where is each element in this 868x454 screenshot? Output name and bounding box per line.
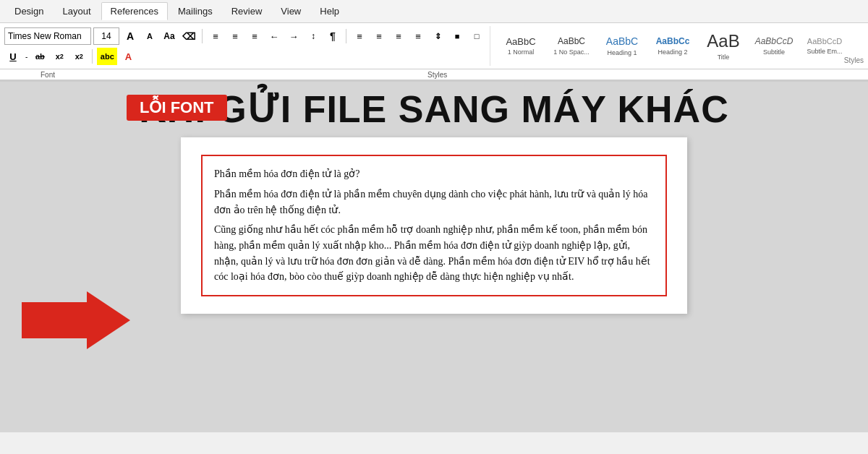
outdent-button[interactable]: ← [265, 27, 283, 45]
style-h2-label: Heading 2 [658, 48, 687, 56]
style-title[interactable]: AaB Title [699, 27, 748, 66]
error-badge: LỖI FONT [127, 95, 227, 121]
font-group-label: Font [4, 71, 91, 79]
doc-para-3: Cũng giống như hầu hết cóc phần mềm hỗ t… [214, 222, 654, 285]
styles-section-label-container: Styles [844, 26, 864, 66]
styles-group-label: Styles [427, 71, 447, 79]
style-heading1[interactable]: AaBbC Heading 1 [597, 27, 647, 66]
arrow-container [22, 291, 130, 349]
style-subtle-emphasis[interactable]: AaBbCcD Subtle Em... [800, 27, 844, 66]
style-nospace-preview: AaBbC [558, 36, 585, 46]
font-size-input[interactable] [93, 27, 119, 45]
align-right-button[interactable]: ≡ [390, 27, 407, 45]
tab-design[interactable]: Design [6, 3, 52, 20]
bullets-button[interactable]: ≡ [207, 27, 224, 45]
toolbar-styles-row: A A Aa ⌫ ≡ ≡ ≡ ← → ↕ ¶ ≡ ≡ ≡ ≡ ⇕ ■ □ [0, 23, 868, 69]
strikethrough-button[interactable]: ab [31, 48, 48, 65]
document-area: LỖI FONT KHI GỬI FILE SANG MÁY KHÁC Phần… [0, 82, 868, 432]
underline-button[interactable]: U [4, 48, 22, 65]
red-arrow [22, 291, 130, 349]
style-subtle-preview: AaBbCcD [807, 37, 842, 46]
style-title-label: Title [718, 53, 730, 61]
style-h1-preview: AaBbC [606, 35, 638, 48]
justify-button[interactable]: ≡ [409, 27, 427, 45]
sort-button[interactable]: ↕ [305, 27, 322, 45]
style-normal-preview: AaBbC [506, 36, 535, 48]
tab-review[interactable]: Review [223, 3, 271, 20]
separator [202, 29, 203, 43]
tab-layout[interactable]: Layout [54, 3, 99, 20]
shading-button[interactable]: ■ [448, 27, 466, 45]
tab-help[interactable]: Help [311, 3, 348, 20]
numbering-button[interactable]: ≡ [226, 27, 244, 45]
doc-page: Phần mềm hóa đơn điện tử là gở? Phần mềm… [181, 137, 687, 314]
font-color-button[interactable]: A [119, 48, 137, 65]
style-subtitle-preview: AaBbCcD [755, 36, 793, 46]
multilevel-list-button[interactable]: ≡ [246, 27, 263, 45]
clear-formatting-button[interactable]: ⌫ [180, 27, 197, 45]
style-h1-label: Heading 1 [607, 49, 637, 56]
text-highlight-button[interactable]: abc [97, 48, 117, 65]
style-title-preview: AaB [707, 31, 739, 52]
line-spacing-button[interactable]: ⇕ [429, 27, 446, 45]
doc-para-1: Phần mềm hóa đơn điện tử là gở? [214, 166, 654, 182]
style-h2-preview: AaBbCc [656, 36, 690, 46]
tab-mailings[interactable]: Mailings [169, 3, 221, 20]
superscript-button[interactable]: x2 [70, 48, 88, 65]
arrow-body [22, 302, 87, 338]
tab-view[interactable]: View [272, 3, 310, 20]
doc-para-2: Phần mềm hóa đơn điện tử là phần mềm chu… [214, 187, 654, 218]
style-heading2[interactable]: AaBbCc Heading 2 [648, 27, 697, 66]
align-left-button[interactable]: ≡ [351, 27, 368, 45]
style-subtle-label: Subtle Em... [807, 48, 842, 55]
border-button[interactable]: □ [468, 27, 485, 45]
styles-gallery: AaBbC 1 Normal AaBbC 1 No Spac... AaBbC … [490, 26, 844, 66]
separator2 [346, 29, 346, 43]
change-case-button[interactable]: Aa [161, 27, 178, 45]
style-nospace-label: 1 No Spac... [553, 48, 590, 56]
grow-font-button[interactable]: A [122, 27, 139, 45]
underline-dash: - [25, 53, 27, 61]
font-name-input[interactable] [4, 27, 91, 45]
pilcrow-button[interactable]: ¶ [324, 27, 341, 45]
styles-label: Styles [844, 56, 864, 64]
style-nospace[interactable]: AaBbC 1 No Spac... [547, 27, 596, 66]
indent-button[interactable]: → [285, 27, 302, 45]
separator3 [92, 49, 93, 64]
style-subtitle[interactable]: AaBbCcD Subtitle [749, 27, 799, 66]
doc-content-box: Phần mềm hóa đơn điện tử là gở? Phần mềm… [201, 155, 667, 296]
group-labels-row: Font Styles [0, 69, 868, 81]
tab-references[interactable]: References [101, 2, 168, 20]
style-normal[interactable]: AaBbC 1 Normal [496, 27, 545, 66]
arrow-head [87, 291, 130, 349]
shrink-font-button[interactable]: A [141, 27, 158, 45]
style-normal-label: 1 Normal [508, 48, 535, 56]
subscript-button[interactable]: x2 [51, 48, 68, 65]
tab-bar: Design Layout References Mailings Review… [0, 0, 868, 23]
align-center-button[interactable]: ≡ [370, 27, 388, 45]
style-subtitle-label: Subtitle [763, 48, 785, 56]
toolbar-area: A A Aa ⌫ ≡ ≡ ≡ ← → ↕ ¶ ≡ ≡ ≡ ≡ ⇕ ■ □ [4, 26, 490, 66]
